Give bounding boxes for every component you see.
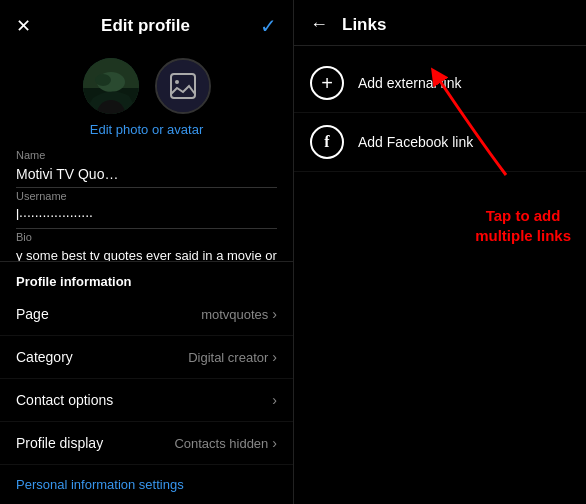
- annotation-text: Tap to add multiple links: [475, 206, 571, 245]
- profile-display-value-row: Contacts hidden ›: [174, 435, 277, 451]
- external-link-icon: +: [310, 66, 344, 100]
- avatars-row: [83, 58, 211, 114]
- sticker-icon: [157, 60, 209, 112]
- links-list: + Add external link f Add Facebook link: [294, 46, 586, 180]
- personal-info-link[interactable]: Personal information settings: [0, 465, 293, 504]
- left-header: ✕ Edit profile ✓: [0, 0, 293, 48]
- category-chevron: ›: [272, 349, 277, 365]
- profile-display-value: Contacts hidden: [174, 436, 268, 451]
- edit-photo-link[interactable]: Edit photo or avatar: [90, 122, 203, 137]
- add-external-link-item[interactable]: + Add external link: [294, 54, 586, 113]
- form-section: Name Motivi TV Quo… Username l··········…: [0, 149, 293, 261]
- category-menu-item[interactable]: Category Digital creator ›: [0, 336, 293, 379]
- profile-display-menu-item[interactable]: Profile display Contacts hidden ›: [0, 422, 293, 465]
- right-panel: ← Links + Add external link f Add Facebo…: [293, 0, 586, 504]
- external-link-label: Add external link: [358, 75, 462, 91]
- category-value: Digital creator: [188, 350, 268, 365]
- links-header: ← Links: [294, 0, 586, 46]
- avatar-image: [83, 58, 139, 114]
- category-value-row: Digital creator ›: [188, 349, 277, 365]
- category-label: Category: [16, 349, 73, 365]
- contact-options-chevron: ›: [272, 392, 277, 408]
- page-chevron: ›: [272, 306, 277, 322]
- avatar[interactable]: [83, 58, 139, 114]
- contact-options-menu-item[interactable]: Contact options ›: [0, 379, 293, 422]
- bio-value[interactable]: y some best tv quotes ever said in a mov…: [16, 244, 277, 261]
- avatar-section: Edit photo or avatar: [0, 48, 293, 149]
- svg-point-3: [95, 74, 111, 86]
- page-menu-item[interactable]: Page motvquotes ›: [0, 293, 293, 336]
- left-panel: ✕ Edit profile ✓: [0, 0, 293, 504]
- plus-icon: +: [321, 73, 333, 93]
- facebook-link-label: Add Facebook link: [358, 134, 473, 150]
- add-facebook-link-item[interactable]: f Add Facebook link: [294, 113, 586, 172]
- profile-display-label: Profile display: [16, 435, 103, 451]
- links-title: Links: [342, 15, 386, 35]
- menu-section: Profile information Page motvquotes › Ca…: [0, 261, 293, 465]
- username-field: Username l···················: [16, 190, 277, 229]
- bio-field: Bio y some best tv quotes ever said in a…: [16, 231, 277, 261]
- profile-info-header: Profile information: [0, 262, 293, 293]
- name-value[interactable]: Motivi TV Quo…: [16, 162, 277, 188]
- close-icon[interactable]: ✕: [16, 15, 31, 37]
- profile-display-chevron: ›: [272, 435, 277, 451]
- confirm-icon[interactable]: ✓: [260, 14, 277, 38]
- username-label: Username: [16, 190, 277, 202]
- svg-rect-5: [157, 60, 209, 112]
- contact-options-label: Contact options: [16, 392, 113, 408]
- name-label: Name: [16, 149, 277, 161]
- avatar-sticker[interactable]: [155, 58, 211, 114]
- bio-label: Bio: [16, 231, 277, 243]
- edit-profile-title: Edit profile: [101, 16, 190, 36]
- contact-options-right: ›: [272, 392, 277, 408]
- name-field: Name Motivi TV Quo…: [16, 149, 277, 188]
- back-icon[interactable]: ←: [310, 14, 328, 35]
- svg-point-7: [175, 80, 179, 84]
- page-label: Page: [16, 306, 49, 322]
- page-value: motvquotes: [201, 307, 268, 322]
- page-value-row: motvquotes ›: [201, 306, 277, 322]
- username-value[interactable]: l···················: [16, 203, 277, 229]
- facebook-icon: f: [310, 125, 344, 159]
